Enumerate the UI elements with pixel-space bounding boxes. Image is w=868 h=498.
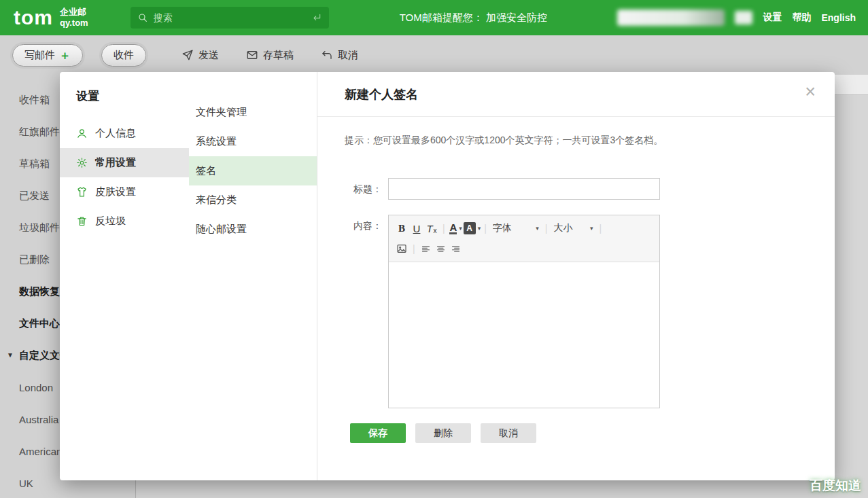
chevron-down-icon: ▾ [478,225,481,232]
subnav-item-suixin-mail[interactable]: 随心邮设置 [189,215,317,244]
sidebar-item-label: UK [19,478,33,489]
content-row: 内容： B U Tx | A▾ A▾ | 字体▾ | [345,215,835,408]
enter-icon [311,12,322,23]
underline-button[interactable]: U [409,220,424,236]
signature-title-input[interactable] [388,178,660,200]
brand-line1: 企业邮 [60,7,88,18]
page-title: 新建个人签名 [345,86,418,103]
account-blurred-small [735,11,752,24]
signature-content-area[interactable] [389,262,659,408]
font-family-value: 字体 [493,222,512,234]
nav-item-anti-spam[interactable]: 反垃圾 [60,207,189,236]
search-input[interactable] [154,12,311,23]
compose-button[interactable]: 写邮件 ＋ [12,44,83,67]
subnav-item-folder-management[interactable]: 文件夹管理 [189,98,317,127]
rich-text-editor: B U Tx | A▾ A▾ | 字体▾ | 大小▾ | [388,215,660,408]
signature-tip: 提示：您可设置最多600个汉字或1200个英文字符；一共可设置3个签名档。 [345,135,835,147]
send-button[interactable]: 发送 [181,49,219,62]
security-notice: TOM邮箱提醒您： 加强安全防控 [400,12,547,24]
clear-format-button[interactable]: Tx [424,220,439,236]
nav-item-label: 常用设置 [95,156,136,169]
cancel-button[interactable]: 取消 [321,49,358,62]
sidebar-item-label: 草稿箱 [19,158,50,171]
title-label: 标题： [345,178,388,200]
form-buttons: 保存 删除 取消 [350,423,835,443]
font-size-value: 大小 [553,222,572,234]
signature-panel: 新建个人签名 × 提示：您可设置最多600个汉字或1200个英文字符；一共可设置… [317,72,835,480]
receive-button[interactable]: 收件 [101,44,146,67]
delete-button[interactable]: 删除 [415,423,471,443]
font-family-select[interactable]: 字体▾ [490,222,542,234]
shirt-icon [76,186,88,198]
font-color-button[interactable]: A▾ [449,220,464,236]
align-center-button[interactable] [434,241,449,257]
settings-nav-panel: 设置 个人信息 常用设置 皮肤设置 反垃圾 [60,72,189,480]
toolbar-actions: 发送 存草稿 取消 [181,49,358,62]
signature-form: 标题： 内容： B U Tx | A▾ A▾ | [345,178,835,443]
compose-label: 写邮件 [24,49,55,62]
send-label: 发送 [198,49,219,62]
sidebar-item-label: 文件中心 [19,317,60,330]
sidebar-item-label: 数据恢复 [19,285,60,298]
font-size-select[interactable]: 大小▾ [551,222,595,234]
toolbar-separator: | [413,243,415,254]
close-icon[interactable]: × [805,83,816,101]
cancel-arrow-icon [321,49,333,61]
sidebar-item-label: 垃圾邮件 [19,221,60,234]
receive-label: 收件 [114,49,134,62]
save-draft-label: 存草稿 [263,49,294,62]
chevron-down-icon: ▾ [536,225,539,232]
save-draft-button[interactable]: 存草稿 [246,49,294,62]
settings-link[interactable]: 设置 [763,12,782,24]
toolbar-separator: | [599,223,602,234]
gear-icon [76,157,88,168]
panel-header: 新建个人签名 [317,72,835,117]
subnav-item-signature[interactable]: 签名 [189,156,317,185]
topbar: tom 企业邮 qy.tom TOM邮箱提醒您： 加强安全防控 设置 帮助 En… [0,0,868,35]
trash-icon [76,215,88,227]
editor-toolbar-row1: B U Tx | A▾ A▾ | 字体▾ | 大小▾ | [394,218,654,238]
account-blurred[interactable] [617,10,725,26]
sidebar-item-label: 收件箱 [19,94,50,107]
cancel-form-button[interactable]: 取消 [481,423,536,443]
sidebar-item-label: Australia [19,414,58,425]
toolbar-separator: | [545,223,548,234]
draft-envelope-icon [246,49,258,61]
editor-toolbar: B U Tx | A▾ A▾ | 字体▾ | 大小▾ | [389,215,659,262]
content-label: 内容： [345,215,388,408]
title-row: 标题： [345,178,835,200]
user-icon [76,128,88,139]
mail-toolbar: 写邮件 ＋ 收件 发送 存草稿 取消 [0,35,868,75]
english-link[interactable]: English [821,12,856,23]
bg-color-button[interactable]: A▾ [464,220,481,236]
settings-subnav-panel: 文件夹管理 系统设置 签名 来信分类 随心邮设置 [189,72,317,480]
sidebar-item-label: American [19,446,62,457]
chevron-down-icon: ▾ [459,225,462,232]
bold-button[interactable]: B [394,220,409,236]
settings-title: 设置 [60,88,189,104]
toolbar-separator: | [442,223,445,234]
chevron-down-icon[interactable]: ▼ [7,351,14,359]
save-button[interactable]: 保存 [350,423,406,443]
clear-format-sub: x [434,227,437,234]
subnav-item-mail-classification[interactable]: 来信分类 [189,185,317,215]
nav-item-skin-settings[interactable]: 皮肤设置 [60,177,189,207]
subnav-item-system-settings[interactable]: 系统设置 [189,127,317,156]
chevron-down-icon: ▾ [590,225,593,232]
nav-item-personal-info[interactable]: 个人信息 [60,119,189,148]
font-color-glyph: A [449,222,457,235]
insert-image-button[interactable] [394,241,409,257]
nav-item-label: 个人信息 [95,127,136,140]
nav-item-common-settings[interactable]: 常用设置 [60,148,189,177]
tom-logo: tom [14,6,53,29]
send-icon [181,49,194,61]
toolbar-separator: | [484,223,487,234]
topbar-right: 设置 帮助 English [617,10,868,26]
sidebar-item-label: 已删除 [19,253,50,266]
nav-item-label: 皮肤设置 [95,185,136,198]
search-box[interactable] [131,7,329,29]
help-link[interactable]: 帮助 [792,12,811,24]
bg-color-glyph: A [464,222,476,234]
align-left-button[interactable] [419,241,434,257]
align-right-button[interactable] [449,241,464,257]
